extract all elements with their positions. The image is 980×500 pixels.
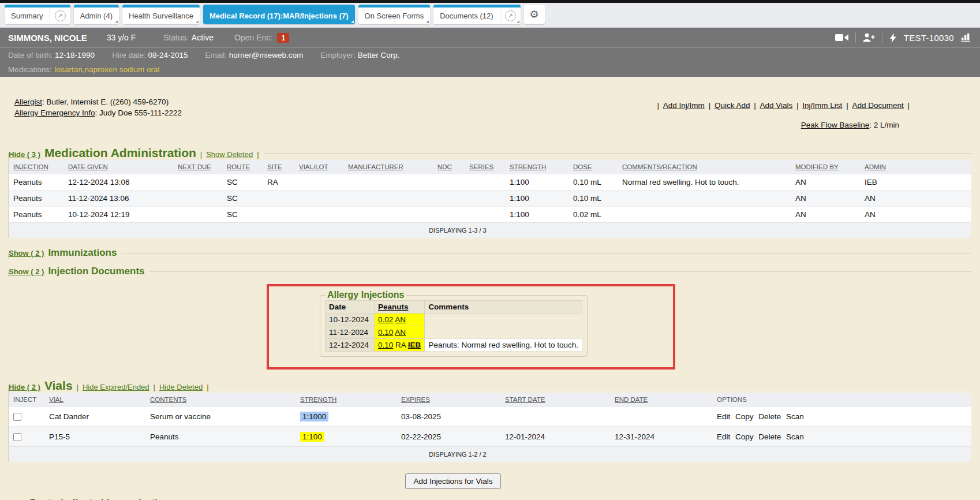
settings-button[interactable]: ⚙ <box>524 5 545 24</box>
add-person-icon[interactable] <box>863 33 875 42</box>
copy-link[interactable]: Copy <box>735 412 754 421</box>
lightning-icon[interactable] <box>889 33 897 43</box>
cell-dose: 0.10 mL <box>568 191 618 207</box>
annotation-red-box: Allergy Injections Date Peanuts Comments… <box>267 284 675 370</box>
mar-col-next-due[interactable]: NEXT DUE <box>178 163 211 170</box>
tab-documents-popout[interactable]: ↗ <box>500 8 521 24</box>
allergy-injections-header-row: Date Peanuts Comments <box>326 301 582 314</box>
cell-route: SC <box>222 191 263 207</box>
mar-col-admin[interactable]: ADMIN <box>865 163 886 170</box>
cell-series <box>465 207 505 223</box>
dose-link[interactable]: 0.02 <box>378 315 393 324</box>
add-document-link[interactable]: Add Document <box>852 101 903 110</box>
tab-summary[interactable]: Summary ↗ <box>5 5 70 24</box>
allergy-emergency-link[interactable]: Allergy Emergency Info <box>14 109 95 117</box>
quick-add-link[interactable]: Quick Add <box>715 101 750 110</box>
ai-comment <box>425 326 582 339</box>
cell-date-given: 11-12-2024 13:06 <box>63 191 173 207</box>
pipe: | <box>200 150 202 159</box>
cell-vial-lot <box>294 191 343 207</box>
copy-link[interactable]: Copy <box>735 432 754 441</box>
tab-medical-record[interactable]: Medical Record (17):MAR/Injections (7) <box>203 5 355 24</box>
vials-col-end-date[interactable]: END DATE <box>615 396 648 403</box>
mar-col-strength[interactable]: STRENGTH <box>510 163 546 170</box>
open-enc-badge[interactable]: 1 <box>277 33 289 43</box>
vials-hide-expired-link[interactable]: Hide Expired/Ended <box>83 383 149 391</box>
ai-date: 10-12-2024 <box>326 314 375 326</box>
cell-strength: 1:100 <box>505 174 568 191</box>
vials-header-row: INJECT VIAL CONTENTS STRENGTH EXPIRES ST… <box>9 393 971 407</box>
delete-link[interactable]: Delete <box>758 432 781 441</box>
mar-col-manufacturer[interactable]: MANUFACTURER <box>348 163 403 170</box>
cell-next-due <box>173 174 222 191</box>
initials-link[interactable]: IEB <box>408 341 421 349</box>
medication-link-losartan[interactable]: losartan <box>55 65 83 74</box>
mar-col-route[interactable]: ROUTE <box>227 163 250 170</box>
vials-col-strength[interactable]: STRENGTH <box>300 396 336 403</box>
mar-col-modified-by[interactable]: MODIFIED BY <box>795 163 839 170</box>
cell-series <box>465 191 505 207</box>
scan-link[interactable]: Scan <box>786 412 804 421</box>
mar-col-ndc[interactable]: NDC <box>437 163 452 170</box>
vials-col-contents[interactable]: CONTENTS <box>150 396 186 403</box>
add-injections-for-vials-button[interactable]: Add Injections for Vials <box>405 473 500 489</box>
initials-link[interactable]: AN <box>395 328 406 337</box>
tab-admin[interactable]: Admin (4) <box>74 5 119 24</box>
mar-col-comments[interactable]: COMMENTS/REACTION <box>622 163 697 170</box>
section-contraindicated-immunizations: Hide Contraindicated Immunizations <box>8 497 971 500</box>
mar-col-injection[interactable]: INJECTION <box>13 163 48 170</box>
delete-link[interactable]: Delete <box>758 412 781 421</box>
edit-link[interactable]: Edit <box>717 432 730 441</box>
button-row: Add Injections for Vials <box>0 462 980 491</box>
status-label: Status: <box>163 33 189 42</box>
mar-row: Peanuts 11-12-2024 13:06 SC 1:100 0.10 m… <box>9 191 971 207</box>
mar-show-deleted-link[interactable]: Show Deleted <box>206 150 253 159</box>
immunizations-show-toggle[interactable]: Show ( 2 ) <box>9 249 44 258</box>
vials-col-start-date[interactable]: START DATE <box>505 396 545 403</box>
mar-footer-row: DISPLAYING 1-3 / 3 <box>9 223 971 238</box>
cell-admin: AN <box>860 207 971 223</box>
scan-link[interactable]: Scan <box>786 432 804 441</box>
section-injection-documents: Show ( 2 ) Injection Documents <box>8 266 971 277</box>
add-vials-link[interactable]: Add Vials <box>760 101 793 110</box>
tab-documents[interactable]: Documents (12) ↗ <box>433 5 520 24</box>
mar-col-date-given[interactable]: DATE GIVEN <box>68 163 108 170</box>
cell-end-date <box>610 407 712 427</box>
mar-col-series[interactable]: SERIES <box>469 163 493 170</box>
ai-dose-cell: 0.02 AN <box>375 314 425 326</box>
mar-hide-toggle[interactable]: Hide ( 3 ) <box>9 150 40 159</box>
flowsheet-chart-icon[interactable] <box>961 33 972 42</box>
dose-link[interactable]: 0.10 <box>378 328 393 337</box>
peak-flow-link[interactable]: Peak Flow Baseline <box>801 121 870 129</box>
cell-expires: 03-08-2025 <box>397 407 500 427</box>
dose-link[interactable]: 0.10 <box>378 341 393 349</box>
mar-col-dose[interactable]: DOSE <box>573 163 592 170</box>
tab-bar: Summary ↗ Admin (4) Health Surveillance … <box>0 3 980 28</box>
cell-strength: 1:100 <box>505 207 568 223</box>
medication-link-naproxen[interactable]: naproxen sodium oral <box>85 65 160 74</box>
inject-checkbox[interactable] <box>13 413 21 421</box>
email-label: Email: <box>205 51 227 59</box>
tab-summary-popout[interactable]: ↗ <box>50 8 70 24</box>
vials-hide-deleted-link[interactable]: Hide Deleted <box>159 383 203 391</box>
add-inj-imm-link[interactable]: Add Inj/Imm <box>663 101 705 110</box>
initials-link[interactable]: AN <box>395 315 406 324</box>
allergist-link[interactable]: Allergist <box>14 98 42 106</box>
cell-inject <box>9 407 44 427</box>
mar-col-vial-lot[interactable]: VIAL/LOT <box>299 163 328 170</box>
edit-link[interactable]: Edit <box>717 412 730 421</box>
ai-col-peanuts-link[interactable]: Peanuts <box>378 303 409 311</box>
injection-documents-show-toggle[interactable]: Show ( 2 ) <box>9 267 44 276</box>
inject-checkbox[interactable] <box>13 433 21 441</box>
vials-col-expires[interactable]: EXPIRES <box>401 396 430 403</box>
divider <box>855 32 856 43</box>
video-call-icon[interactable] <box>835 33 848 42</box>
cell-admin: AN <box>860 191 971 207</box>
vials-col-vial[interactable]: VIAL <box>49 396 63 403</box>
vials-hide-toggle[interactable]: Hide ( 2 ) <box>9 383 40 391</box>
tab-health-surveillance[interactable]: Health Surveillance <box>122 5 200 24</box>
mar-col-site[interactable]: SITE <box>267 163 282 170</box>
vials-section-title: Vials <box>44 379 73 393</box>
inj-imm-list-link[interactable]: Inj/Imm List <box>802 101 842 110</box>
tab-on-screen-forms[interactable]: On Screen Forms <box>358 5 431 24</box>
